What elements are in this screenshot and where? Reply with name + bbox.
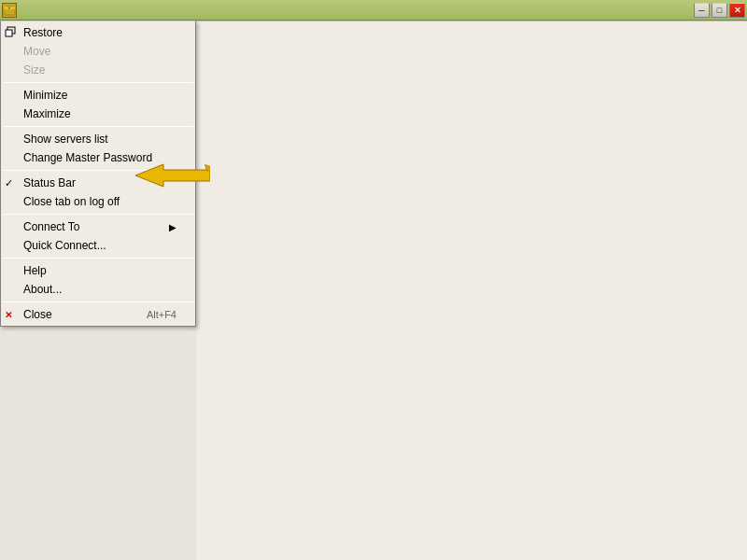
maximize-label: Maximize [23, 107, 71, 120]
arrow-svg [135, 162, 210, 189]
main-area: Restore Move Size Minimize Maximize Show… [0, 21, 747, 560]
about-label: About... [23, 283, 62, 296]
status-bar-check: ✓ [5, 177, 13, 189]
menu-item-minimize[interactable]: Minimize [1, 86, 195, 105]
restore-label: Restore [23, 26, 63, 39]
menu-item-close-tab[interactable]: Close tab on log off [1, 192, 195, 211]
app-icon[interactable] [2, 3, 17, 18]
separator-6 [3, 301, 193, 302]
titlebar: ─ □ ✕ [0, 0, 747, 21]
menu-item-help[interactable]: Help [1, 261, 195, 280]
svg-marker-6 [135, 164, 210, 187]
separator-2 [3, 126, 193, 127]
menu-item-show-servers[interactable]: Show servers list [1, 130, 195, 148]
change-master-password-label: Change Master Password [23, 151, 152, 164]
menu-item-maximize[interactable]: Maximize [1, 105, 195, 123]
menu-item-close[interactable]: ✕ Close Alt+F4 [1, 305, 195, 324]
separator-4 [3, 214, 193, 215]
menu-item-about[interactable]: About... [1, 280, 195, 299]
size-label: Size [23, 63, 45, 77]
connect-to-label: Connect To [23, 220, 80, 233]
help-label: Help [23, 264, 47, 277]
arrow-annotation [135, 162, 210, 189]
svg-point-2 [8, 7, 10, 8]
show-servers-label: Show servers list [23, 133, 108, 146]
close-button[interactable]: ✕ [729, 3, 745, 18]
status-bar-label: Status Bar [23, 176, 76, 189]
minimize-label: Minimize [23, 89, 67, 102]
titlebar-buttons: ─ □ ✕ [694, 3, 745, 18]
close-label: Close [23, 308, 52, 321]
menu-item-quick-connect[interactable]: Quick Connect... [1, 236, 195, 255]
quick-connect-label: Quick Connect... [23, 239, 106, 252]
separator-1 [3, 82, 193, 83]
move-label: Move [23, 45, 50, 58]
menu-item-size: Size [1, 61, 195, 79]
restore-icon [5, 26, 16, 39]
close-tab-label: Close tab on log off [23, 195, 120, 208]
submenu-arrow-icon: ▶ [169, 222, 176, 232]
svg-rect-4 [6, 30, 12, 36]
titlebar-left [2, 3, 21, 18]
menu-item-connect-to[interactable]: Connect To ▶ [1, 217, 195, 236]
content-area [196, 21, 747, 560]
separator-5 [3, 258, 193, 259]
menu-item-move: Move [1, 42, 195, 61]
close-shortcut: Alt+F4 [147, 309, 176, 320]
maximize-button[interactable]: □ [712, 3, 727, 18]
minimize-button[interactable]: ─ [694, 3, 710, 18]
close-x-icon: ✕ [5, 310, 12, 320]
menu-item-restore[interactable]: Restore [1, 23, 195, 42]
